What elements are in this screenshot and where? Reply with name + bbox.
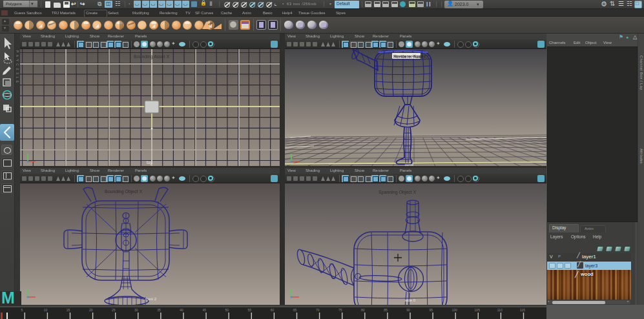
svg-text:60: 60	[271, 308, 275, 312]
svg-text:110: 110	[497, 308, 503, 312]
svg-text:15: 15	[67, 308, 70, 312]
svg-text:Bounding Asset X: Bounding Asset X	[134, 54, 170, 59]
svg-text:70: 70	[316, 308, 320, 312]
svg-text:95: 95	[429, 308, 433, 312]
svg-text:10: 10	[44, 308, 48, 312]
svg-text:80: 80	[361, 308, 365, 312]
svg-text:85: 85	[384, 308, 388, 312]
svg-text:105: 105	[475, 308, 481, 312]
svg-text:50: 50	[225, 308, 229, 312]
svg-text:65: 65	[293, 308, 297, 312]
svg-text:115: 115	[520, 308, 525, 312]
svg-text:55: 55	[248, 308, 252, 312]
svg-text:30: 30	[134, 308, 138, 312]
svg-text:Bounding Object X: Bounding Object X	[105, 189, 143, 194]
svg-text:Spanning Object X: Spanning Object X	[379, 190, 417, 195]
svg-text:25: 25	[112, 308, 116, 312]
svg-text:front 2: front 2	[145, 297, 157, 301]
svg-text:top: top	[147, 160, 152, 165]
svg-text:35: 35	[157, 308, 161, 312]
svg-text:100: 100	[452, 308, 458, 312]
svg-text:40: 40	[180, 308, 183, 312]
svg-text:75: 75	[338, 308, 342, 312]
svg-text:90: 90	[406, 308, 410, 312]
svg-text:Renderer Asset X: Renderer Asset X	[393, 54, 429, 59]
svg-text:side 0: side 0	[405, 298, 416, 302]
svg-text:45: 45	[202, 308, 206, 312]
svg-text:20: 20	[89, 308, 93, 312]
svg-text:5: 5	[21, 308, 23, 312]
